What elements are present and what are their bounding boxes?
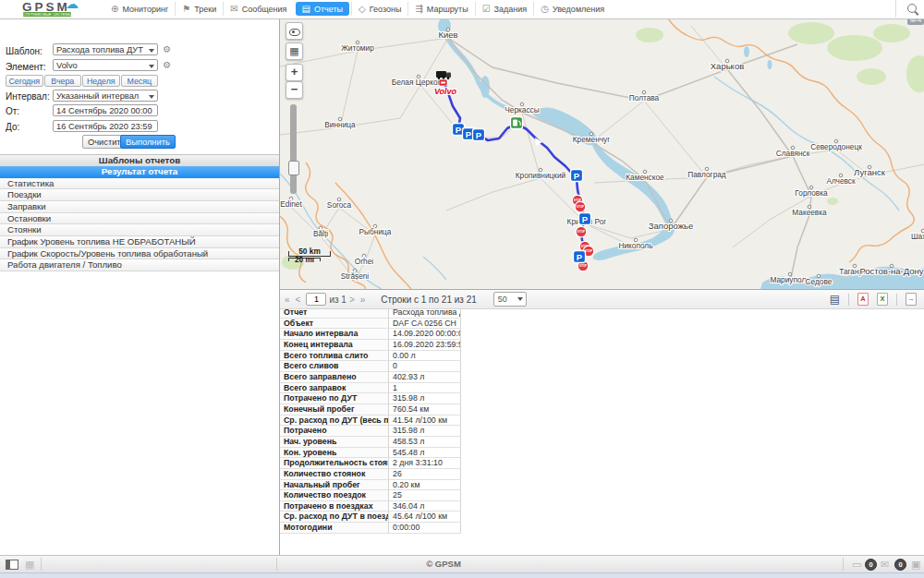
- table-row: Ср. расход по ДУТ в поездках45.64 л/100 …: [280, 512, 461, 523]
- tab-geozones[interactable]: ◇Геозоны: [351, 2, 407, 16]
- parking-marker[interactable]: P: [574, 251, 586, 263]
- section-item-2[interactable]: Заправки: [0, 201, 279, 213]
- map-canvas: КиевЖитомирБелая ЦерковьЧеркассыКременчу…: [280, 18, 924, 289]
- row-value: 41.54 л/100 км: [389, 415, 461, 426]
- from-date-input[interactable]: 14 Сентябрь 2020 00:00: [53, 104, 158, 116]
- mail-status-icon[interactable]: ✉: [881, 559, 889, 570]
- image-status-icon[interactable]: ▣: [911, 559, 920, 570]
- section-item-0[interactable]: Статистика: [0, 178, 279, 190]
- table-row: Всего заправлено402.93 л: [280, 372, 461, 383]
- section-list: СтатистикаПоездкиЗаправкиОстановкиСтоянк…: [0, 178, 279, 272]
- row-label: Мотогодини: [280, 523, 389, 533]
- table-row: Начальный пробег0.20 км: [280, 480, 461, 491]
- report-icon: ▤: [302, 4, 310, 14]
- section-item-5[interactable]: График Уровень топлива НЕ ОБРАБОТАНЫЙ: [0, 236, 279, 248]
- city-label: Киев: [438, 30, 457, 40]
- cloud-icon: ☁: [66, 0, 79, 11]
- fuel-station-marker[interactable]: [511, 117, 523, 129]
- parking-marker-label: P: [476, 130, 482, 140]
- section-item-4[interactable]: Стоянки: [0, 224, 279, 236]
- page-of-label: из 1: [329, 295, 346, 305]
- row-label: Ср. расход по ДУТ в поездках: [280, 512, 389, 522]
- tab-routes[interactable]: ⇶Маршруты: [407, 2, 474, 16]
- layers-icon: ▦: [289, 45, 298, 56]
- grid-view-icon[interactable]: ▦: [25, 558, 34, 571]
- stop-marker[interactable]: STOP: [576, 226, 587, 237]
- quick-range-3[interactable]: Месяц: [121, 75, 159, 87]
- tab-reports[interactable]: ▤Отчеты: [296, 2, 350, 16]
- row-label: Нач. уровень: [280, 437, 389, 447]
- pager-first-button[interactable]: «: [285, 295, 290, 305]
- section-item-7[interactable]: Работа двигателя / Топливо: [0, 259, 279, 271]
- pager-next-button[interactable]: >: [349, 295, 355, 305]
- to-label: До:: [6, 122, 19, 132]
- zoom-in-button[interactable]: +: [286, 64, 303, 81]
- fuel-pump-icon: [513, 120, 517, 126]
- quick-range-2[interactable]: Неделя: [82, 75, 120, 87]
- row-label: Ср. расход по ДУТ (весь пробег): [280, 415, 389, 426]
- pager-last-button[interactable]: »: [360, 295, 366, 305]
- zoom-out-button[interactable]: −: [286, 81, 303, 99]
- parking-marker[interactable]: P: [579, 213, 591, 225]
- tab-messages[interactable]: ✉Сообщения: [223, 2, 293, 16]
- element-settings-wrench-icon[interactable]: ⚙: [162, 61, 172, 69]
- envelope-icon: ✉: [230, 4, 237, 14]
- template-settings-wrench-icon[interactable]: ⚙: [162, 45, 172, 54]
- table-row: Конечный пробег760.54 км: [280, 404, 461, 415]
- visibility-eye-button[interactable]: [286, 22, 303, 40]
- stop-marker-label: STOP: [578, 230, 585, 234]
- tab-notifications[interactable]: ◷Уведомления: [533, 2, 611, 16]
- table-row: Всего сливов0: [280, 361, 461, 372]
- monitor-status-icon[interactable]: ▭: [852, 559, 861, 570]
- chevron-down-icon: [149, 65, 154, 68]
- map-area[interactable]: КиевЖитомирБелая ЦерковьЧеркассыКременчу…: [280, 18, 924, 289]
- page-size-select[interactable]: 50: [493, 292, 527, 307]
- city-label: Горловка: [795, 188, 828, 198]
- section-result-active[interactable]: Результат отчета: [0, 166, 279, 178]
- quick-range-1[interactable]: Вчера: [44, 75, 82, 87]
- row-value: 26: [389, 469, 461, 479]
- search-icon[interactable]: [907, 4, 917, 13]
- run-button[interactable]: Выполнить: [120, 135, 176, 149]
- export-pdf-icon[interactable]: A: [857, 293, 869, 306]
- chevron-down-icon: [149, 49, 154, 53]
- city-label: Винница: [324, 120, 356, 129]
- row-label: Всего топлива слито: [280, 351, 389, 361]
- section-item-6[interactable]: График Скорость/Уровень топлива обработа…: [0, 248, 279, 260]
- tab-label: Геозоны: [370, 5, 402, 14]
- tab-label: Отчеты: [314, 5, 343, 14]
- section-item-3[interactable]: Остановки: [0, 213, 279, 225]
- to-date-input[interactable]: 16 Сентябрь 2020 23:59: [53, 120, 158, 132]
- row-value: 315.98 л: [389, 426, 461, 436]
- table-row: Потрачено в поездках346.04 л: [280, 501, 461, 512]
- export-excel-icon[interactable]: X: [877, 293, 888, 306]
- parking-marker[interactable]: P: [473, 129, 485, 141]
- page-input[interactable]: [306, 293, 326, 306]
- parking-marker[interactable]: P: [571, 170, 583, 182]
- row-value: 16.09.2020 23:59:59: [389, 340, 461, 350]
- template-label: Шаблон:: [6, 46, 43, 56]
- tab-label: Мониторинг: [122, 5, 168, 14]
- pager-prev-button[interactable]: <: [296, 295, 301, 305]
- row-value: 545.48 л: [389, 448, 461, 458]
- status-badge: 0: [865, 559, 877, 571]
- print-report-icon[interactable]: ▤: [830, 294, 840, 306]
- stop-marker[interactable]: STOP: [575, 201, 586, 212]
- globe-icon: ⊕: [111, 4, 118, 14]
- tab-tracks[interactable]: ⚑Треки: [175, 2, 223, 16]
- element-select[interactable]: Volvo: [53, 59, 158, 71]
- map-zoom-slider[interactable]: [290, 104, 297, 194]
- quick-range-0[interactable]: Сегодня: [6, 75, 43, 87]
- toggle-sidebar-icon[interactable]: [6, 560, 18, 570]
- interval-select[interactable]: Указанный интервал: [53, 90, 158, 102]
- quick-range-buttons: СегодняВчераНеделяМесяц: [6, 75, 158, 87]
- template-select[interactable]: Расхода топлива ДУТ: [53, 43, 158, 55]
- row-value: 0.20 км: [389, 480, 461, 490]
- tab-tasks[interactable]: ☑Задания: [475, 2, 534, 16]
- row-value: 1: [389, 383, 461, 393]
- slider-handle[interactable]: [288, 161, 299, 175]
- section-item-1[interactable]: Поездки: [0, 189, 279, 201]
- tab-monitoring[interactable]: ⊕Мониторинг: [104, 2, 175, 16]
- map-layers-button[interactable]: ▦: [286, 42, 303, 60]
- export-file-icon[interactable]: →: [906, 293, 917, 306]
